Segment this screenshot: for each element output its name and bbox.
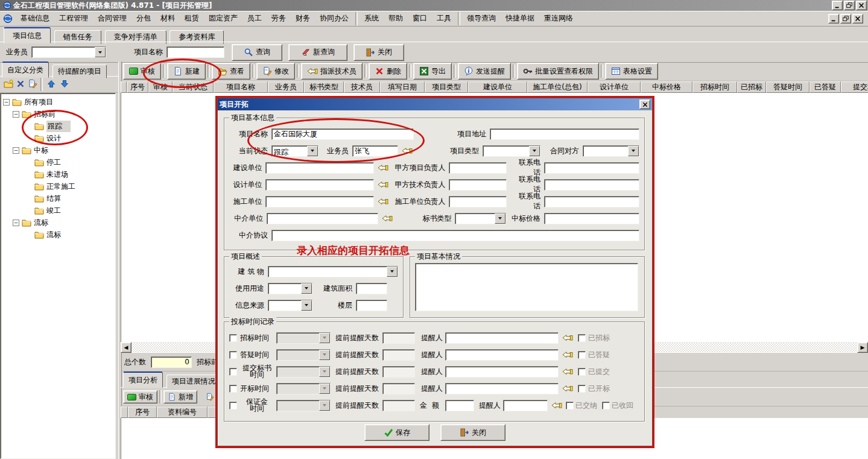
column-header[interactable]: 审核 xyxy=(148,81,173,93)
menu-item[interactable]: 工程管理 xyxy=(54,11,93,25)
bottom-add-button[interactable]: 新增 xyxy=(163,390,197,404)
agency-agreement-field[interactable] xyxy=(271,230,639,241)
hand-pointer-icon[interactable] xyxy=(562,334,573,342)
column-header[interactable]: 提交标书 xyxy=(841,81,868,93)
hand-pointer-icon[interactable] xyxy=(562,384,573,393)
collapse-icon[interactable]: − xyxy=(13,111,19,118)
hand-pointer-icon[interactable] xyxy=(551,401,562,410)
returned-checkbox[interactable] xyxy=(602,402,610,410)
menu-item[interactable]: 租赁 xyxy=(180,11,204,25)
edit-category-button[interactable] xyxy=(27,78,39,92)
hand-pointer-icon[interactable] xyxy=(378,197,388,206)
menu-item[interactable]: 财务 xyxy=(291,11,315,25)
restore-icon[interactable] xyxy=(844,1,855,10)
minimize-icon[interactable] xyxy=(832,1,843,10)
done-checkbox[interactable] xyxy=(578,368,586,376)
child-close-icon[interactable] xyxy=(852,14,863,24)
done-checkbox[interactable] xyxy=(578,334,586,342)
bid-price-field[interactable] xyxy=(544,213,639,224)
close-icon[interactable] xyxy=(856,1,867,10)
close-button[interactable]: 关闭 xyxy=(353,44,404,61)
menu-item[interactable]: 系统 xyxy=(360,11,384,25)
column-header[interactable]: 施工单位(总包) xyxy=(527,81,588,93)
column-header[interactable]: 标书类型 xyxy=(304,81,344,93)
tree-item-won-bid[interactable]: −中标 xyxy=(3,144,115,156)
deposit-time-checkbox[interactable] xyxy=(229,402,237,410)
collapse-icon[interactable]: − xyxy=(13,147,19,154)
builder-unit-field[interactable] xyxy=(265,196,374,207)
tree-item-tracking[interactable]: 跟踪 xyxy=(3,120,115,132)
hand-pointer-icon[interactable] xyxy=(402,147,413,155)
child-minimize-icon[interactable] xyxy=(828,14,839,24)
collapse-icon[interactable]: − xyxy=(3,99,10,106)
menu-item[interactable]: 分包 xyxy=(131,11,156,25)
send-reminder-button[interactable]: 发送提醒 xyxy=(458,63,511,80)
reminder-field[interactable] xyxy=(445,332,559,344)
dialog-close-icon[interactable] xyxy=(639,100,650,109)
sidebar-tab-reminder-projects[interactable]: 待提醒的项目 xyxy=(52,65,107,78)
reminder-field[interactable] xyxy=(445,366,559,378)
menu-item[interactable]: 工具 xyxy=(432,11,456,25)
delete-category-button[interactable] xyxy=(14,78,27,92)
tree-item-design[interactable]: 设计 xyxy=(3,132,115,144)
sidebar-tab-custom-category[interactable]: 自定义分类 xyxy=(2,62,49,78)
area-field[interactable] xyxy=(356,283,387,294)
column-header[interactable]: 项目名称 xyxy=(214,81,268,93)
construction-unit-field[interactable] xyxy=(265,162,374,174)
child-restore-icon[interactable] xyxy=(840,14,851,24)
hand-pointer-icon[interactable] xyxy=(378,180,388,189)
hand-pointer-icon[interactable] xyxy=(562,350,573,359)
menu-item[interactable]: 劳务 xyxy=(267,11,291,25)
project-address-field[interactable] xyxy=(490,128,639,140)
amount-field[interactable] xyxy=(445,400,474,411)
grid-setting-button[interactable]: 表格设置 xyxy=(605,63,658,80)
column-header[interactable]: 当前状态 xyxy=(173,81,214,93)
column-header[interactable]: 答疑时间 xyxy=(766,81,809,93)
project-name-field[interactable] xyxy=(271,128,414,140)
tab-project-analysis[interactable]: 项目分析 xyxy=(123,372,163,388)
tree-item-completed[interactable]: 竣工 xyxy=(3,204,115,217)
reminder-field[interactable] xyxy=(503,400,548,411)
column-header[interactable]: 填写日期 xyxy=(380,81,425,93)
new-query-button[interactable]: 新查询 xyxy=(288,44,347,61)
column-header[interactable]: 项目类型 xyxy=(425,81,468,93)
new-button[interactable]: 新建 xyxy=(167,63,206,80)
dialog-close-button[interactable]: 关闭 xyxy=(440,424,505,441)
column-header[interactable]: 已招标 xyxy=(737,81,766,93)
tree-item-not-entered[interactable]: 未进场 xyxy=(3,168,115,180)
paid-checkbox[interactable] xyxy=(566,402,574,410)
phone-field[interactable] xyxy=(544,162,639,174)
reminder-field[interactable] xyxy=(445,383,559,394)
save-button[interactable]: 保存 xyxy=(364,424,429,441)
agency-unit-field[interactable] xyxy=(267,213,378,224)
salesman-field[interactable] xyxy=(352,145,398,157)
menu-item[interactable]: 合同管理 xyxy=(93,11,131,25)
menu-item[interactable]: 快捷单据 xyxy=(501,11,539,25)
building-select[interactable] xyxy=(268,266,398,277)
hand-pointer-icon[interactable] xyxy=(378,163,388,172)
hand-pointer-icon[interactable] xyxy=(562,367,573,376)
contract-party-select[interactable] xyxy=(583,145,639,157)
column-header[interactable]: 已答疑 xyxy=(809,81,841,93)
tab-project-progress[interactable]: 项目进展情况 xyxy=(166,375,221,388)
menu-item[interactable]: 材料 xyxy=(156,11,180,25)
collapse-icon[interactable]: − xyxy=(13,220,19,226)
query-button[interactable]: 查询 xyxy=(232,44,282,61)
menu-item[interactable]: 重连网络 xyxy=(539,11,578,25)
column-header[interactable]: 资料编号 xyxy=(157,407,207,418)
situation-textarea[interactable] xyxy=(415,263,638,311)
hand-pointer-icon[interactable] xyxy=(382,214,393,223)
menu-item[interactable]: 基础信息 xyxy=(16,11,54,25)
reminder-field[interactable] xyxy=(445,349,559,361)
new-category-button[interactable] xyxy=(2,78,14,92)
project-name-input[interactable] xyxy=(166,46,224,58)
scroll-right-icon[interactable]: ▶ xyxy=(857,342,868,353)
tree-item-pre-bid[interactable]: −招标前 xyxy=(3,108,115,120)
column-header[interactable]: 建设单位 xyxy=(468,81,527,93)
menu-item[interactable]: 窗口 xyxy=(408,11,432,25)
scroll-left-icon[interactable]: ◀ xyxy=(121,342,131,353)
qa-time-checkbox[interactable] xyxy=(229,351,237,359)
info-source-select[interactable] xyxy=(268,300,312,311)
tree-item-settlement[interactable]: 结算 xyxy=(3,192,115,204)
phone-field[interactable] xyxy=(544,196,639,207)
